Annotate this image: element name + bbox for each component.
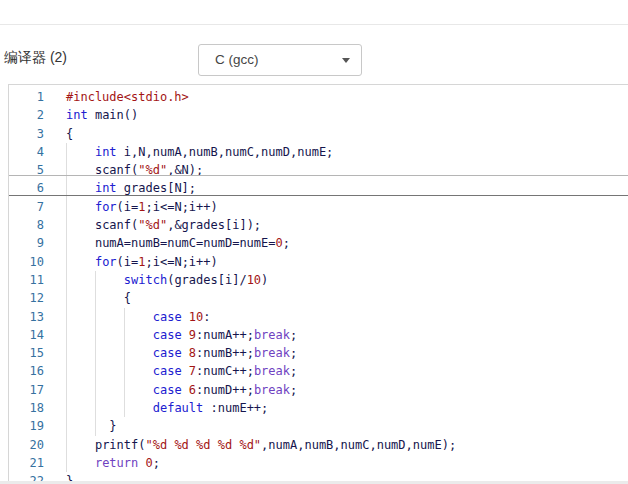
- code-text: case 9:numA++;break;: [66, 326, 297, 344]
- code-text: for(i=1;i<=N;i++): [66, 198, 218, 216]
- line-number: 17: [9, 381, 44, 399]
- line-number: 7: [9, 198, 44, 216]
- code-text: {: [66, 289, 131, 307]
- code-line[interactable]: 10 for(i=1;i<=N;i++): [9, 253, 628, 271]
- code-line[interactable]: 20 printf("%d %d %d %d %d",numA,numB,num…: [9, 436, 628, 454]
- code-text: #include<stdio.h>: [66, 88, 189, 106]
- code-text: switch(grades[i]/10): [66, 271, 268, 289]
- line-number: 13: [9, 308, 44, 326]
- line-number: 11: [9, 271, 44, 289]
- code-line[interactable]: 14 case 9:numA++;break;: [9, 326, 628, 344]
- line-number: 3: [9, 125, 44, 143]
- code-text: case 10:: [66, 308, 211, 326]
- code-text: case 8:numB++;break;: [66, 344, 297, 362]
- code-line[interactable]: 16 case 7:numC++;break;: [9, 362, 628, 380]
- code-line[interactable]: 9 numA=numB=numC=numD=numE=0;: [9, 234, 628, 252]
- code-line[interactable]: 8 scanf("%d",&grades[i]);: [9, 216, 628, 234]
- code-text: int main(): [66, 106, 138, 124]
- code-line[interactable]: 11 switch(grades[i]/10): [9, 271, 628, 289]
- code-line[interactable]: 5 scanf("%d",&N);: [9, 161, 628, 179]
- code-line[interactable]: 7 for(i=1;i<=N;i++): [9, 198, 628, 216]
- line-number: 15: [9, 344, 44, 362]
- line-number: 19: [9, 417, 44, 435]
- code-line[interactable]: 17 case 6:numD++;break;: [9, 381, 628, 399]
- code-text: int i,N,numA,numB,numC,numD,numE;: [66, 143, 333, 161]
- line-number: 4: [9, 143, 44, 161]
- code-line[interactable]: 13 case 10:: [9, 308, 628, 326]
- line-number: 14: [9, 326, 44, 344]
- compiler-toolbar: 编译器 (2) C (gcc): [0, 25, 628, 84]
- language-select[interactable]: C (gcc): [198, 44, 362, 76]
- code-line[interactable]: 2int main(): [9, 106, 628, 124]
- code-line[interactable]: 4 int i,N,numA,numB,numC,numD,numE;: [9, 143, 628, 161]
- code-line[interactable]: 15 case 8:numB++;break;: [9, 344, 628, 362]
- line-number: 10: [9, 253, 44, 271]
- line-number: 5: [9, 161, 44, 179]
- line-number: 18: [9, 399, 44, 417]
- language-select-value: C (gcc): [215, 52, 259, 67]
- code-text: {: [66, 125, 73, 143]
- code-text: numA=numB=numC=numD=numE=0;: [66, 234, 290, 252]
- code-text: case 6:numD++;break;: [66, 381, 297, 399]
- line-number: 12: [9, 289, 44, 307]
- chevron-down-icon: [342, 58, 350, 63]
- code-text: for(i=1;i<=N;i++): [66, 253, 218, 271]
- code-text: default :numE++;: [66, 399, 268, 417]
- code-line[interactable]: 1#include<stdio.h>: [9, 88, 628, 106]
- code-line[interactable]: 18 default :numE++;: [9, 399, 628, 417]
- line-number: 9: [9, 234, 44, 252]
- line-number: 1: [9, 88, 44, 106]
- line-number: 21: [9, 454, 44, 472]
- code-line[interactable]: 12 {: [9, 289, 628, 307]
- code-line[interactable]: 19 }: [9, 417, 628, 435]
- code-editor[interactable]: 1#include<stdio.h>2int main()3{4 int i,N…: [8, 84, 628, 484]
- code-text: return 0;: [66, 454, 160, 472]
- code-line[interactable]: 3{: [9, 125, 628, 143]
- code-text: scanf("%d",&N);: [66, 161, 203, 179]
- code-text: printf("%d %d %d %d %d",numA,numB,numC,n…: [66, 436, 456, 454]
- code-text: case 7:numC++;break;: [66, 362, 297, 380]
- line-number: 6: [9, 179, 44, 197]
- code-text: int grades[N];: [66, 179, 196, 197]
- line-number: 8: [9, 216, 44, 234]
- line-number: 16: [9, 362, 44, 380]
- line-number: 20: [9, 436, 44, 454]
- code-line[interactable]: 21 return 0;: [9, 454, 628, 472]
- compiler-label: 编译器 (2): [4, 49, 67, 67]
- code-line[interactable]: 6 int grades[N];: [9, 179, 628, 197]
- code-lines: 1#include<stdio.h>2int main()3{4 int i,N…: [9, 88, 628, 484]
- code-text: }: [66, 417, 117, 435]
- line-number: 2: [9, 106, 44, 124]
- code-text: scanf("%d",&grades[i]);: [66, 216, 261, 234]
